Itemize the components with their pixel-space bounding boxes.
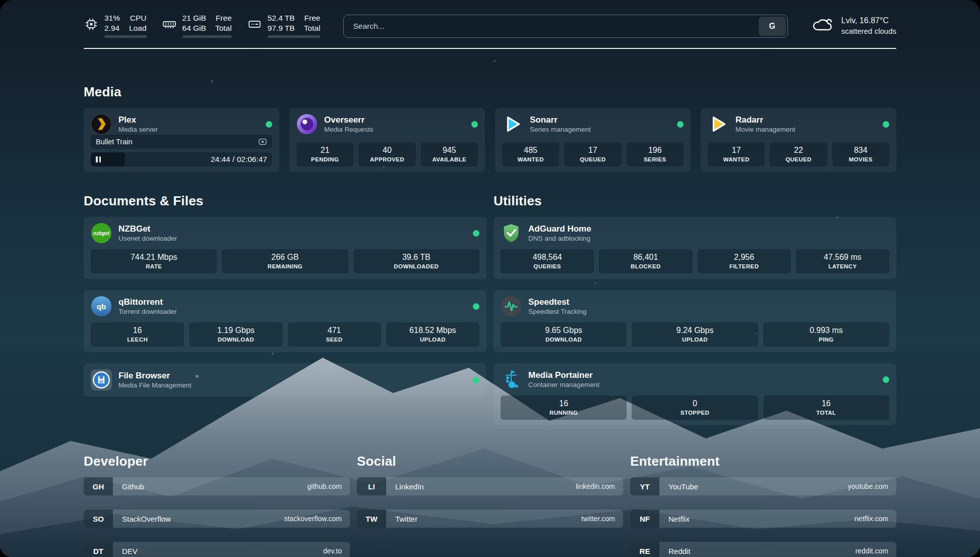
- bookmark-url: reddit.com: [855, 547, 896, 555]
- portainer-stat-stopped: 0STOPPED: [632, 396, 758, 420]
- radarr-stat-wanted: 17WANTED: [708, 142, 765, 166]
- filebrowser-card[interactable]: File Browser Media File Management: [84, 363, 486, 397]
- bookmark-name: Reddit: [659, 547, 690, 555]
- radarr-stat-queued: 22QUEUED: [770, 142, 827, 166]
- memory-progress-bar: [182, 35, 232, 38]
- memory-stat: 21 GiB Free 64 GiB Total: [162, 13, 232, 38]
- developer-heading: Developer: [84, 454, 350, 469]
- cpu-chip-icon: [84, 17, 99, 34]
- overseerr-subtitle: Media Requests: [324, 125, 374, 134]
- nzbget-subtitle: Usenet downloader: [118, 234, 177, 243]
- qbittorrent-card[interactable]: qb qBittorrent Torrent downloader 16LEEC…: [84, 290, 486, 352]
- cloud-icon: [811, 16, 834, 35]
- qbittorrent-icon: qb: [91, 296, 112, 317]
- sonarr-stat-wanted: 485WANTED: [502, 142, 559, 166]
- bookmark-github[interactable]: GH Github github.com: [84, 477, 350, 495]
- radarr-icon: [708, 114, 729, 135]
- search-provider-button[interactable]: G: [759, 17, 786, 36]
- memory-total-label: Total: [215, 23, 232, 33]
- overseerr-card[interactable]: Overseerr Media Requests 21PENDING 40APP…: [289, 108, 485, 172]
- adguard-title: AdGuard Home: [528, 224, 591, 234]
- bookmark-abbr: YT: [630, 477, 659, 495]
- radarr-card[interactable]: Radarr Movie management 17WANTED 22QUEUE…: [701, 108, 896, 172]
- bookmark-abbr: NF: [630, 510, 659, 528]
- portainer-card[interactable]: Media Portainer Container management 16R…: [494, 363, 896, 425]
- cast-icon[interactable]: [258, 138, 267, 146]
- adguard-stat-blocked: 86,401BLOCKED: [599, 249, 692, 273]
- radarr-stat-movies: 834MOVIES: [832, 142, 889, 166]
- nzbget-stat-rate: 744.21 MbpsRATE: [91, 249, 217, 273]
- plex-time: 24:44 / 02:06:47: [211, 155, 272, 164]
- speedtest-icon: [501, 296, 522, 317]
- bookmark-linkedin[interactable]: LI LinkedIn linkedin.com: [357, 477, 623, 495]
- dashboard-frame: 31% CPU 2.94 Load 21 GiB Fr: [0, 0, 980, 557]
- sonarr-card[interactable]: Sonarr Series management 485WANTED 17QUE…: [495, 108, 691, 172]
- disk-free-label: Free: [304, 13, 321, 23]
- plex-card[interactable]: Plex Media server Bullet Train: [84, 108, 279, 172]
- nzbget-stat-downloaded: 39.6 TBDOWNLOADED: [353, 249, 479, 273]
- portainer-status-dot: [883, 376, 889, 383]
- nzbget-card[interactable]: nzbget NZBGet Usenet downloader 744.21 M…: [84, 217, 486, 279]
- section-media: Media Plex Media server: [84, 84, 896, 172]
- bookmark-abbr: SO: [84, 510, 113, 528]
- cpu-percent: 31%: [104, 13, 120, 23]
- disk-total-label: Total: [304, 23, 321, 33]
- section-social: Social LI LinkedIn linkedin.com TW Twitt…: [357, 454, 623, 557]
- adguard-card[interactable]: AdGuard Home DNS and adblocking 498,564Q…: [494, 217, 896, 279]
- cpu-stat: 31% CPU 2.94 Load: [84, 13, 147, 38]
- cpu-progress-bar: [104, 35, 147, 38]
- bookmark-name: StackOverflow: [113, 515, 171, 523]
- sonarr-stat-queued: 17QUEUED: [564, 142, 621, 166]
- bookmark-netflix[interactable]: NF Netflix netflix.com: [630, 510, 896, 528]
- bookmark-name: Github: [113, 482, 144, 491]
- overseerr-title: Overseerr: [324, 115, 374, 125]
- speedtest-stat-ping: 0.993 msPING: [763, 322, 889, 347]
- sonarr-title: Sonarr: [530, 115, 591, 125]
- overseerr-stat-pending: 21PENDING: [296, 142, 353, 166]
- bookmark-name: Netflix: [659, 515, 690, 523]
- nzbget-status-dot: [473, 230, 479, 237]
- nzbget-icon: nzbget: [91, 222, 112, 244]
- qbittorrent-subtitle: Torrent downloader: [118, 307, 177, 316]
- radarr-status-dot: [883, 121, 889, 128]
- qbittorrent-stat-leech: 16LEECH: [91, 322, 184, 347]
- bookmark-reddit[interactable]: RE Reddit reddit.com: [630, 542, 896, 557]
- utilities-heading: Utilities: [494, 193, 896, 209]
- plex-subtitle: Media server: [118, 125, 158, 134]
- plex-icon: [91, 114, 112, 135]
- overseerr-stat-available: 945AVAILABLE: [421, 142, 478, 166]
- weather-condition: scattered clouds: [841, 26, 896, 36]
- plex-now-playing: Bullet Train: [91, 135, 272, 149]
- bookmark-stackoverflow[interactable]: SO StackOverflow stackoverflow.com: [84, 510, 350, 528]
- portainer-stat-total: 16TOTAL: [763, 396, 889, 420]
- bookmark-url: dev.to: [323, 547, 350, 555]
- bookmark-url: twitter.com: [581, 515, 623, 523]
- sonarr-icon: [502, 114, 523, 135]
- filebrowser-icon: [91, 369, 112, 391]
- nzbget-stat-remaining: 266 GBREMAINING: [222, 249, 348, 273]
- filebrowser-subtitle: Media File Management: [118, 381, 192, 389]
- overseerr-status-dot: [471, 121, 478, 128]
- speedtest-card[interactable]: Speedtest Speedtest Tracking 9.65 GbpsDO…: [494, 290, 896, 352]
- bookmark-name: DEV: [113, 547, 138, 555]
- portainer-stat-running: 16RUNNING: [501, 396, 627, 420]
- search-bar: G: [343, 15, 787, 38]
- section-developer: Developer GH Github github.com SO StackO…: [84, 454, 350, 557]
- plex-status-dot: [266, 121, 272, 128]
- bookmark-abbr: LI: [357, 477, 386, 495]
- portainer-subtitle: Container management: [528, 380, 599, 389]
- cpu-load-label: Load: [129, 23, 146, 33]
- bookmark-twitter[interactable]: TW Twitter twitter.com: [357, 510, 623, 528]
- svg-text:nzbget: nzbget: [93, 231, 110, 236]
- bookmark-dev[interactable]: DT DEV dev.to: [84, 542, 350, 557]
- qbittorrent-status-dot: [473, 303, 479, 310]
- section-documents: Documents & Files nzbget NZBGet Usenet d…: [84, 193, 486, 425]
- memory-free: 21 GiB: [182, 13, 206, 23]
- search-input[interactable]: [344, 15, 757, 37]
- pause-icon[interactable]: [91, 156, 101, 162]
- speedtest-title: Speedtest: [528, 297, 587, 307]
- bookmark-youtube[interactable]: YT YouTube youtube.com: [630, 477, 896, 495]
- disk-icon: [247, 17, 262, 34]
- svg-text:qb: qb: [97, 302, 106, 311]
- bookmark-abbr: RE: [630, 542, 659, 557]
